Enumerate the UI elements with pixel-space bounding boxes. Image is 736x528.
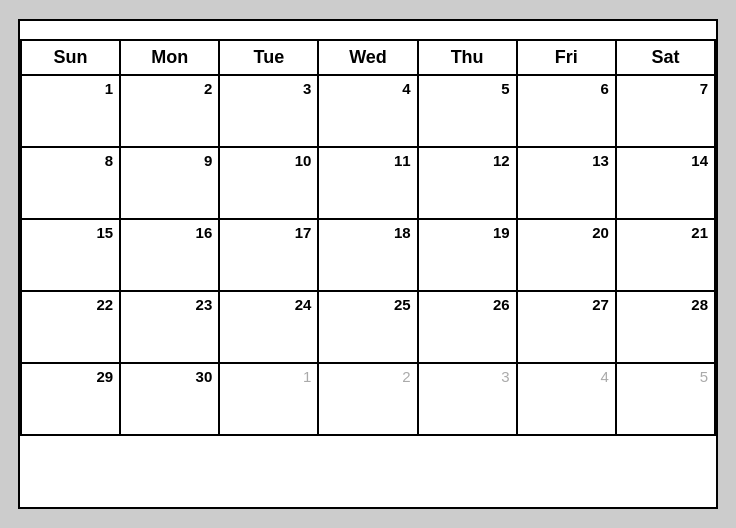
day-header-tue: Tue [220, 41, 319, 76]
day-number: 20 [524, 224, 609, 241]
calendar-grid: SunMonTueWedThuFriSat1234567891011121314… [20, 41, 716, 436]
day-number: 15 [28, 224, 113, 241]
day-cell: 28 [617, 292, 716, 364]
day-cell: 6 [518, 76, 617, 148]
day-number: 3 [425, 368, 510, 385]
day-number: 12 [425, 152, 510, 169]
day-cell: 26 [419, 292, 518, 364]
day-number: 6 [524, 80, 609, 97]
day-cell: 22 [22, 292, 121, 364]
day-number: 14 [623, 152, 708, 169]
day-number: 13 [524, 152, 609, 169]
day-cell: 12 [419, 148, 518, 220]
day-number: 5 [623, 368, 708, 385]
day-cell: 10 [220, 148, 319, 220]
day-cell: 5 [617, 364, 716, 436]
day-cell: 21 [617, 220, 716, 292]
day-number: 19 [425, 224, 510, 241]
day-cell: 19 [419, 220, 518, 292]
day-number: 22 [28, 296, 113, 313]
day-header-thu: Thu [419, 41, 518, 76]
day-number: 27 [524, 296, 609, 313]
day-cell: 20 [518, 220, 617, 292]
day-number: 2 [325, 368, 410, 385]
day-cell: 1 [22, 76, 121, 148]
day-number: 7 [623, 80, 708, 97]
day-cell: 2 [319, 364, 418, 436]
day-number: 5 [425, 80, 510, 97]
day-number: 18 [325, 224, 410, 241]
day-number: 9 [127, 152, 212, 169]
day-cell: 27 [518, 292, 617, 364]
day-cell: 2 [121, 76, 220, 148]
day-cell: 18 [319, 220, 418, 292]
day-number: 11 [325, 152, 410, 169]
day-number: 3 [226, 80, 311, 97]
day-number: 24 [226, 296, 311, 313]
day-number: 4 [524, 368, 609, 385]
day-header-sun: Sun [22, 41, 121, 76]
day-cell: 29 [22, 364, 121, 436]
day-number: 29 [28, 368, 113, 385]
day-cell: 25 [319, 292, 418, 364]
day-number: 21 [623, 224, 708, 241]
calendar: SunMonTueWedThuFriSat1234567891011121314… [18, 19, 718, 509]
day-cell: 13 [518, 148, 617, 220]
day-number: 28 [623, 296, 708, 313]
day-cell: 30 [121, 364, 220, 436]
day-number: 23 [127, 296, 212, 313]
day-cell: 9 [121, 148, 220, 220]
day-number: 25 [325, 296, 410, 313]
day-cell: 14 [617, 148, 716, 220]
calendar-title [20, 21, 716, 41]
day-number: 26 [425, 296, 510, 313]
day-cell: 16 [121, 220, 220, 292]
day-number: 30 [127, 368, 212, 385]
day-cell: 4 [518, 364, 617, 436]
day-cell: 15 [22, 220, 121, 292]
day-cell: 7 [617, 76, 716, 148]
day-cell: 3 [419, 364, 518, 436]
day-number: 4 [325, 80, 410, 97]
day-header-sat: Sat [617, 41, 716, 76]
day-number: 1 [226, 368, 311, 385]
day-cell: 5 [419, 76, 518, 148]
day-cell: 23 [121, 292, 220, 364]
day-number: 10 [226, 152, 311, 169]
day-cell: 8 [22, 148, 121, 220]
day-number: 2 [127, 80, 212, 97]
day-number: 16 [127, 224, 212, 241]
day-cell: 4 [319, 76, 418, 148]
day-header-wed: Wed [319, 41, 418, 76]
day-cell: 3 [220, 76, 319, 148]
day-cell: 17 [220, 220, 319, 292]
day-header-fri: Fri [518, 41, 617, 76]
day-number: 8 [28, 152, 113, 169]
day-cell: 11 [319, 148, 418, 220]
day-number: 17 [226, 224, 311, 241]
day-cell: 1 [220, 364, 319, 436]
day-cell: 24 [220, 292, 319, 364]
day-header-mon: Mon [121, 41, 220, 76]
day-number: 1 [28, 80, 113, 97]
